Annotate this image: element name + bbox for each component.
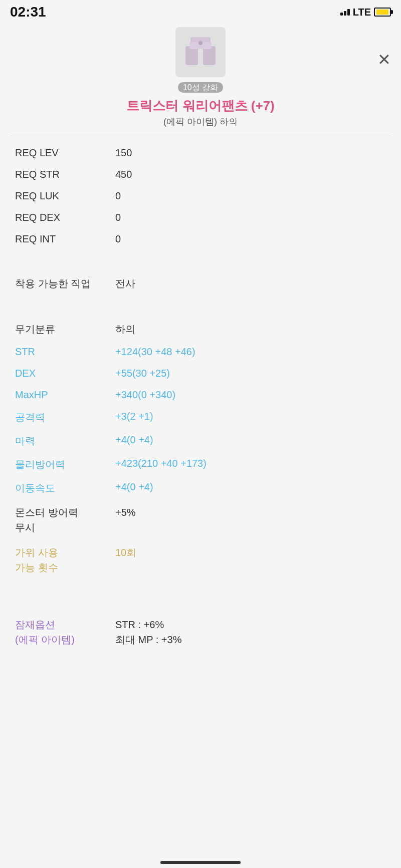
req-dex-value: 0 bbox=[115, 212, 121, 223]
item-title: 트릭스터 워리어팬츠 (+7) bbox=[0, 95, 401, 116]
signal-bars bbox=[340, 9, 350, 16]
monster-ignore-label: 몬스터 방어력 무시 bbox=[15, 505, 115, 535]
weapon-type-label: 무기분류 bbox=[15, 323, 115, 336]
gap-1 bbox=[0, 256, 401, 266]
weapon-bonus-section: 무기분류 하의 STR +124(30 +48 +46) DEX +55(30 … bbox=[0, 312, 401, 586]
stat-row-req-str: REQ STR 450 bbox=[15, 164, 386, 185]
attack-label: 공격력 bbox=[15, 411, 115, 424]
maxhp-value: +340(0 +340) bbox=[115, 389, 175, 401]
signal-bar-1 bbox=[340, 13, 343, 16]
req-int-value: 0 bbox=[115, 233, 121, 245]
job-value: 전사 bbox=[115, 277, 135, 291]
stat-row-attack: 공격력 +3(2 +1) bbox=[15, 406, 386, 429]
req-dex-label: REQ DEX bbox=[15, 212, 115, 223]
scissor-value: 10회 bbox=[115, 545, 136, 560]
req-int-label: REQ INT bbox=[15, 233, 115, 245]
grade-badge: 10성 강화 bbox=[0, 83, 401, 93]
scissor-label: 가위 사용 가능 횟수 bbox=[15, 545, 115, 575]
grade-badge-text: 10성 강화 bbox=[178, 82, 223, 93]
movespeed-value: +4(0 +4) bbox=[115, 481, 153, 493]
battery-bolt: ⚡ bbox=[379, 10, 385, 15]
stat-row-req-luk: REQ LUK 0 bbox=[15, 185, 386, 207]
signal-bar-2 bbox=[344, 11, 346, 16]
defense-value: +423(210 +40 +173) bbox=[115, 458, 207, 469]
req-lev-label: REQ LEV bbox=[15, 147, 115, 159]
stat-row-hidden-option: 잠재옵션 (에픽 아이템) STR : +6% 최대 MP : +3% bbox=[15, 612, 386, 652]
stat-row-req-dex: REQ DEX 0 bbox=[15, 207, 386, 228]
close-button[interactable]: ✕ bbox=[377, 50, 391, 69]
stat-row-req-int: REQ INT 0 bbox=[15, 228, 386, 250]
gap-2 bbox=[0, 302, 401, 312]
item-subtitle: (에픽 아이템) 하의 bbox=[0, 116, 401, 128]
hidden-option-value: STR : +6% 최대 MP : +3% bbox=[115, 617, 181, 647]
stat-row-maxhp: MaxHP +340(0 +340) bbox=[15, 384, 386, 406]
home-indicator bbox=[160, 861, 241, 864]
gap-3 bbox=[0, 586, 401, 596]
stat-row-magic: 마력 +4(0 +4) bbox=[15, 429, 386, 453]
svg-point-4 bbox=[198, 41, 203, 45]
defense-label: 물리방어력 bbox=[15, 458, 115, 471]
stat-row-job: 착용 가능한 직업 전사 bbox=[15, 272, 386, 296]
stat-row-movespeed: 이동속도 +4(0 +4) bbox=[15, 476, 386, 500]
lte-label: LTE bbox=[353, 7, 371, 18]
time-display: 02:31 bbox=[10, 4, 46, 20]
req-str-label: REQ STR bbox=[15, 169, 115, 180]
req-str-value: 450 bbox=[115, 169, 132, 180]
magic-label: 마력 bbox=[15, 434, 115, 448]
status-icons: LTE ⚡ bbox=[340, 7, 391, 18]
hidden-option-label: 잠재옵션 (에픽 아이템) bbox=[15, 617, 115, 647]
gap-4 bbox=[0, 596, 401, 606]
item-image-container bbox=[0, 22, 401, 80]
str-label: STR bbox=[15, 346, 115, 358]
battery-icon: ⚡ bbox=[374, 8, 391, 17]
stat-row-monster-ignore: 몬스터 방어력 무시 +5% bbox=[15, 500, 386, 540]
stat-row-weapon-type: 무기분류 하의 bbox=[15, 318, 386, 341]
signal-bar-3 bbox=[347, 9, 350, 16]
dex-value: +55(30 +25) bbox=[115, 368, 170, 379]
stat-row-defense: 물리방어력 +423(210 +40 +173) bbox=[15, 453, 386, 476]
req-luk-value: 0 bbox=[115, 190, 121, 202]
job-label: 착용 가능한 직업 bbox=[15, 277, 115, 291]
str-value: +124(30 +48 +46) bbox=[115, 346, 195, 358]
bottom-spacer bbox=[0, 658, 401, 688]
weapon-type-value: 하의 bbox=[115, 323, 135, 336]
stat-row-str: STR +124(30 +48 +46) bbox=[15, 341, 386, 363]
req-lev-value: 150 bbox=[115, 147, 132, 159]
stat-row-dex: DEX +55(30 +25) bbox=[15, 363, 386, 384]
maxhp-label: MaxHP bbox=[15, 389, 115, 401]
monster-ignore-value: +5% bbox=[115, 505, 136, 520]
dex-label: DEX bbox=[15, 368, 115, 379]
attack-value: +3(2 +1) bbox=[115, 411, 153, 422]
magic-value: +4(0 +4) bbox=[115, 434, 153, 446]
movespeed-label: 이동속도 bbox=[15, 481, 115, 495]
req-luk-label: REQ LUK bbox=[15, 190, 115, 202]
hidden-option-section: 잠재옵션 (에픽 아이템) STR : +6% 최대 MP : +3% bbox=[0, 606, 401, 658]
status-bar: 02:31 LTE ⚡ bbox=[0, 0, 401, 22]
stat-row-req-lev: REQ LEV 150 bbox=[15, 142, 386, 164]
stat-row-scissor: 가위 사용 가능 횟수 10회 bbox=[15, 540, 386, 580]
job-section: 착용 가능한 직업 전사 bbox=[0, 266, 401, 302]
req-stats-section: REQ LEV 150 REQ STR 450 REQ LUK 0 REQ DE… bbox=[0, 136, 401, 256]
item-image bbox=[175, 27, 226, 77]
